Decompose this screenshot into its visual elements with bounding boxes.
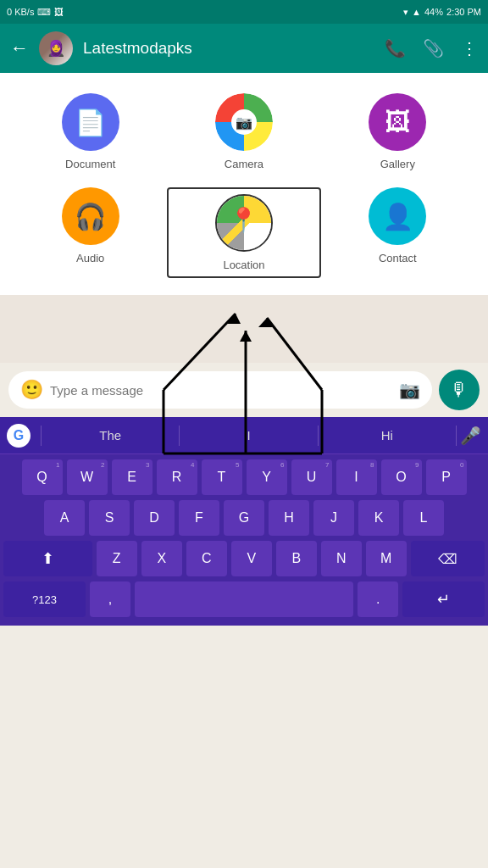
key-i[interactable]: I8 xyxy=(336,459,377,495)
mic-icon: 🎙 xyxy=(450,379,469,401)
time-text: 2:30 PM xyxy=(446,7,481,17)
document-label: Document xyxy=(65,158,115,170)
message-input-wrap: 🙂 📷 xyxy=(8,371,432,409)
key-d[interactable]: D xyxy=(134,500,175,536)
chat-title: Latestmodapks xyxy=(83,39,374,58)
key-period[interactable]: . xyxy=(358,581,398,617)
attach-audio[interactable]: 🎧 Audio xyxy=(14,187,167,278)
attach-button[interactable]: 📎 xyxy=(423,38,444,58)
key-m[interactable]: M xyxy=(366,541,407,576)
map-pin-icon: 📍 xyxy=(229,206,258,234)
suggestion-hi[interactable]: Hi xyxy=(322,428,452,442)
camera-label: Camera xyxy=(225,158,263,170)
key-s[interactable]: S xyxy=(89,500,130,536)
gallery-icon: 🖼 xyxy=(385,108,410,136)
document-icon: 📄 xyxy=(75,108,106,137)
audio-label: Audio xyxy=(76,252,104,264)
status-bar: 0 KB/s ⌨ 🖼 ▾ ▲ 44% 2:30 PM xyxy=(0,0,488,24)
key-b[interactable]: B xyxy=(276,541,317,576)
contact-label: Contact xyxy=(379,252,417,264)
emoji-button[interactable]: 🙂 xyxy=(20,379,43,401)
avatar-image: 🧕 xyxy=(39,31,73,65)
symbols-key[interactable]: ?123 xyxy=(3,581,86,617)
key-h[interactable]: H xyxy=(269,500,309,536)
google-logo: G xyxy=(7,424,30,448)
backspace-key[interactable]: ⌫ xyxy=(411,541,485,576)
image-icon: 🖼 xyxy=(54,7,64,17)
key-q[interactable]: Q1 xyxy=(22,459,63,495)
attach-document[interactable]: 📄 Document xyxy=(14,93,167,170)
header-actions: 📞 📎 ⋮ xyxy=(385,38,478,58)
key-p[interactable]: P0 xyxy=(426,459,467,495)
audio-icon-wrap: 🎧 xyxy=(62,187,119,245)
key-t[interactable]: T5 xyxy=(202,459,242,495)
contact-icon: 👤 xyxy=(382,202,413,231)
key-l[interactable]: L xyxy=(403,500,444,536)
attach-contact[interactable]: 👤 Contact xyxy=(321,187,474,278)
signal-icon: ▲ xyxy=(412,7,421,17)
keyboard-row-4: ?123 , . ↵ xyxy=(3,581,485,617)
key-n[interactable]: N xyxy=(321,541,362,576)
maps-background: 📍 xyxy=(217,196,271,250)
status-right: ▾ ▲ 44% 2:30 PM xyxy=(403,7,481,18)
key-w[interactable]: W2 xyxy=(67,459,108,495)
key-u[interactable]: U7 xyxy=(291,459,332,495)
enter-key[interactable]: ↵ xyxy=(402,581,485,617)
key-k[interactable]: K xyxy=(358,500,399,536)
key-a[interactable]: A xyxy=(44,500,85,536)
message-bar: 🙂 📷 🎙 xyxy=(0,363,488,417)
divider-1 xyxy=(41,426,42,446)
key-e[interactable]: E3 xyxy=(112,459,152,495)
key-o[interactable]: O9 xyxy=(381,459,422,495)
call-button[interactable]: 📞 xyxy=(385,38,406,58)
attach-gallery[interactable]: 🖼 Gallery xyxy=(321,93,474,170)
key-x[interactable]: X xyxy=(141,541,182,576)
avatar[interactable]: 🧕 xyxy=(39,31,73,65)
document-icon-wrap: 📄 xyxy=(62,93,119,151)
key-y[interactable]: Y6 xyxy=(247,459,287,495)
wifi-icon: ▾ xyxy=(403,7,408,18)
chat-area xyxy=(0,295,488,363)
audio-icon: 🎧 xyxy=(75,202,106,231)
more-button[interactable]: ⋮ xyxy=(461,38,478,58)
gallery-icon-wrap: 🖼 xyxy=(369,93,426,151)
keyboard-suggestions: G The I Hi 🎤 xyxy=(0,417,488,454)
location-icon-wrap: 📍 xyxy=(215,194,273,252)
shift-key[interactable]: ⬆ xyxy=(3,541,92,576)
camera-lens-icon: 📷 xyxy=(231,109,257,135)
keyboard-rows: Q1 W2 E3 R4 T5 Y6 U7 I8 O9 P0 A S D F G … xyxy=(0,454,488,626)
key-j[interactable]: J xyxy=(313,500,354,536)
header: ← 🧕 Latestmodapks 📞 📎 ⋮ xyxy=(0,24,488,73)
space-key[interactable] xyxy=(135,581,353,617)
key-z[interactable]: Z xyxy=(97,541,137,576)
camera-input-button[interactable]: 📷 xyxy=(399,380,420,400)
keyboard-row-1: Q1 W2 E3 R4 T5 Y6 U7 I8 O9 P0 xyxy=(3,459,485,495)
data-speed: 0 KB/s xyxy=(7,7,34,17)
contact-icon-wrap: 👤 xyxy=(369,187,426,245)
back-button[interactable]: ← xyxy=(10,37,29,59)
attachment-menu: 📄 Document 📷 Camera 🖼 Gallery 🎧 Audio xyxy=(0,73,488,295)
key-f[interactable]: F xyxy=(179,500,219,536)
key-c[interactable]: C xyxy=(186,541,227,576)
key-r[interactable]: R4 xyxy=(157,459,197,495)
mic-button[interactable]: 🎙 xyxy=(439,370,480,410)
location-label: Location xyxy=(223,259,264,271)
suggestion-the[interactable]: The xyxy=(45,428,175,442)
keyboard: G The I Hi 🎤 Q1 W2 E3 R4 T5 Y6 U7 I8 O9 … xyxy=(0,417,488,626)
divider-2 xyxy=(179,426,180,446)
key-v[interactable]: V xyxy=(231,541,272,576)
suggestion-i[interactable]: I xyxy=(183,428,313,442)
gallery-label: Gallery xyxy=(380,158,415,170)
attach-location[interactable]: 📍 Location xyxy=(167,187,320,278)
keyboard-mic-button[interactable]: 🎤 xyxy=(460,426,481,446)
divider-4 xyxy=(456,426,457,446)
message-input[interactable] xyxy=(50,383,392,398)
key-comma[interactable]: , xyxy=(90,581,130,617)
keyboard-row-3: ⬆ Z X C V B N M ⌫ xyxy=(3,541,485,576)
divider-3 xyxy=(318,426,319,446)
status-left: 0 KB/s ⌨ 🖼 xyxy=(7,7,64,18)
keyboard-row-2: A S D F G H J K L xyxy=(3,500,485,536)
battery-text: 44% xyxy=(424,7,443,17)
attach-camera[interactable]: 📷 Camera xyxy=(167,93,320,170)
key-g[interactable]: G xyxy=(224,500,264,536)
